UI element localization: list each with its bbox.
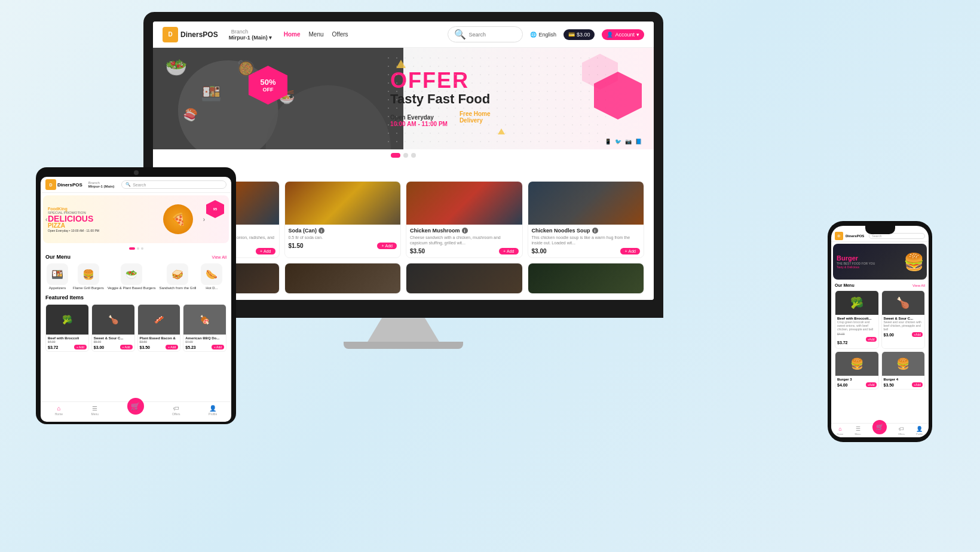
item-card-chicken: Chicken Mushroom i Cheese sandwich with … bbox=[406, 181, 523, 258]
dots-pattern bbox=[384, 54, 606, 143]
phone-bottom-nav: ⌂ Home ☰ Menu 🛒 🏷 Offers 👤 Profile bbox=[831, 423, 929, 437]
add-button-salmon[interactable]: +Add bbox=[256, 248, 275, 254]
branch-label: Branch bbox=[231, 29, 272, 35]
item-price-soda: $1.50 bbox=[289, 243, 304, 249]
item-desc-soda: 0.5 ltr of soda can. bbox=[289, 235, 397, 240]
phone-offers-icon: 🏷 bbox=[899, 426, 904, 432]
tablet-frame: D DinersPOS Branch Mirpur-1 (Main) 🔍 Sea… bbox=[36, 167, 236, 424]
logo-text: DinersPOS bbox=[180, 30, 218, 39]
phone-nav-offers[interactable]: 🏷 Offers bbox=[898, 426, 905, 436]
dot-2[interactable] bbox=[403, 153, 408, 158]
info-icon-3[interactable]: i bbox=[462, 228, 468, 234]
tablet-add-beef[interactable]: + Add bbox=[74, 345, 87, 349]
phone-add-beef[interactable]: +Add bbox=[866, 337, 877, 342]
phone-nav-profile[interactable]: 👤 Profile bbox=[916, 426, 923, 436]
monitor-base bbox=[344, 342, 463, 349]
tablet-dot-2[interactable] bbox=[137, 247, 139, 250]
tablet-camera bbox=[134, 170, 139, 175]
phone-item-img-burger4: 🍔 bbox=[882, 352, 925, 376]
phone-add-burger4[interactable]: +Add bbox=[912, 382, 923, 387]
phone-add-burger3[interactable]: +Add bbox=[866, 382, 877, 387]
nav-offers[interactable]: Offers bbox=[332, 31, 348, 38]
phone-item-body-burger4: Burger 4 $3.50 +Add bbox=[882, 376, 925, 389]
item-card-r2-3 bbox=[406, 263, 523, 294]
tablet-categories: 🍱 Appetizers 🍔 Flame Grill Burgers 🥗 Veg… bbox=[41, 261, 231, 292]
info-icon-4[interactable]: i bbox=[592, 228, 598, 234]
phone-item-img-beef: 🥦 bbox=[835, 291, 878, 315]
item-card-noodles: Chicken Noodles Soup i This chicken nood… bbox=[528, 181, 645, 258]
food-deco-2: 🍱 bbox=[201, 84, 222, 103]
tablet-cat-sandwich[interactable]: 🥪 Sandwich from the Grill bbox=[159, 263, 196, 290]
search-box[interactable]: 🔍 bbox=[448, 26, 523, 42]
tablet-dot-1[interactable] bbox=[129, 247, 135, 250]
tablet-item-beef: 🥦 Beef with Broccoli $4.00 $3.72 + Add bbox=[45, 304, 89, 352]
tablet-item-body-sweet: Sweet & Sour C... $5.00 $3.00 + Add bbox=[92, 335, 134, 351]
tablet-nav-offers[interactable]: 🏷 Offers bbox=[172, 405, 180, 416]
language-button[interactable]: 🌐 English bbox=[530, 32, 556, 38]
info-icon-2[interactable]: i bbox=[318, 228, 324, 234]
account-button[interactable]: 👤 Account ▾ bbox=[602, 29, 644, 40]
tablet-search-icon: 🔍 bbox=[125, 182, 131, 187]
phone-cart-button[interactable]: 🛒 bbox=[872, 420, 887, 434]
branch-info: Branch Mirpur-1 (Main) ▾ bbox=[229, 29, 272, 41]
wallet-button[interactable]: 💳 $3.00 bbox=[564, 29, 595, 40]
logo-icon: D bbox=[163, 27, 178, 42]
instagram-icon[interactable]: 📷 bbox=[625, 139, 632, 145]
tablet-nav-profile[interactable]: 👤 Profile bbox=[209, 405, 217, 416]
tablet-view-all[interactable]: View All bbox=[212, 255, 226, 259]
item-card-soda: Soda (Can) i 0.5 ltr of soda can. $1.50 … bbox=[284, 181, 402, 258]
tablet-item-body-plant: Plant Based Bacon & $3.50 $3.50 + Add bbox=[138, 335, 180, 351]
facebook-icon[interactable]: 📘 bbox=[635, 139, 642, 145]
nav-menu[interactable]: Menu bbox=[309, 31, 324, 38]
logo[interactable]: D DinersPOS bbox=[163, 27, 218, 42]
phone-menu-header: Our Menu View All bbox=[831, 281, 929, 289]
phone-item-beef: 🥦 Beef with Broccoli... Crisp green broc… bbox=[835, 290, 879, 349]
phone-add-sweet[interactable]: +Add bbox=[912, 332, 923, 337]
nav-home[interactable]: Home bbox=[284, 31, 301, 38]
add-button-soda[interactable]: +Add bbox=[377, 243, 397, 249]
tablet-banner-dots bbox=[41, 246, 231, 252]
tablet-device: D DinersPOS Branch Mirpur-1 (Main) 🔍 Sea… bbox=[36, 167, 236, 424]
tablet-cat-burgers[interactable]: 🍔 Flame Grill Burgers bbox=[73, 263, 104, 290]
phone-screen: D DinersPOS Search Burger THE BEST FOOD … bbox=[831, 226, 929, 437]
banner-prev[interactable]: ‹ bbox=[45, 216, 47, 223]
phone-item-img-sweet: 🍗 bbox=[882, 291, 925, 315]
dot-3[interactable] bbox=[411, 153, 416, 158]
phone-device: D DinersPOS Search Burger THE BEST FOOD … bbox=[828, 221, 932, 442]
tablet-nav-home[interactable]: ⌂ Home bbox=[55, 405, 63, 416]
item-image-r2-4 bbox=[528, 263, 644, 293]
tablet-search[interactable]: 🔍 Search bbox=[121, 180, 226, 189]
tablet-cat-img-burgers: 🍔 bbox=[78, 263, 99, 285]
add-button-chicken[interactable]: +Add bbox=[499, 248, 519, 254]
tablet-cat-veggie[interactable]: 🥗 Veggie & Plant Based Burgers bbox=[108, 263, 156, 290]
phone-nav-home[interactable]: ⌂ Home bbox=[837, 426, 844, 436]
dot-1[interactable] bbox=[391, 153, 400, 158]
phone-view-all[interactable]: View All bbox=[912, 284, 925, 287]
banner-next[interactable]: › bbox=[203, 216, 205, 223]
social-links: 📱 🐦 📷 📘 bbox=[605, 139, 642, 145]
tablet-add-bbq[interactable]: + Add bbox=[212, 345, 224, 349]
tablet-cat-img-veggie: 🥗 bbox=[121, 263, 142, 285]
whatsapp-icon[interactable]: 📱 bbox=[605, 139, 611, 145]
tablet-cat-hotdog[interactable]: 🌭 Hot D... bbox=[200, 263, 223, 290]
tablet-cart-button[interactable]: 🛒 bbox=[127, 398, 144, 415]
tablet-pizza-image: 🍕 bbox=[163, 204, 193, 234]
tablet-add-plant[interactable]: + Add bbox=[166, 345, 178, 349]
tablet-dot-3[interactable] bbox=[141, 247, 143, 250]
item-desc-chicken: Cheese sandwich with a chicken, mushroom… bbox=[410, 235, 519, 246]
tablet-navbar: D DinersPOS Branch Mirpur-1 (Main) 🔍 Sea… bbox=[41, 177, 231, 193]
phone-home-icon: ⌂ bbox=[838, 426, 841, 432]
twitter-icon[interactable]: 🐦 bbox=[615, 139, 621, 145]
tablet-add-sweet[interactable]: + Add bbox=[120, 345, 133, 349]
tablet-nav-menu[interactable]: ☰ Menu bbox=[91, 405, 99, 416]
phone-notch bbox=[865, 226, 895, 234]
tablet-item-body-bbq: American BBQ Do... $7.00 $5.23 + Add bbox=[183, 335, 226, 351]
tablet-cat-appetizers[interactable]: 🍱 Appetizers bbox=[45, 263, 69, 290]
phone-item-burger3: 🍔 Burger 3 $4.00 +Add bbox=[835, 351, 879, 390]
search-input[interactable] bbox=[468, 32, 516, 38]
tablet-item-img-beef: 🥦 bbox=[46, 305, 88, 335]
tablet-cat-img-hotdog: 🌭 bbox=[201, 263, 222, 285]
phone-banner: Burger THE BEST FOOD FOR YOU Tasty & Del… bbox=[833, 244, 927, 280]
add-button-noodles[interactable]: +Add bbox=[620, 248, 640, 254]
phone-nav-menu[interactable]: ☰ Menu bbox=[855, 426, 861, 436]
